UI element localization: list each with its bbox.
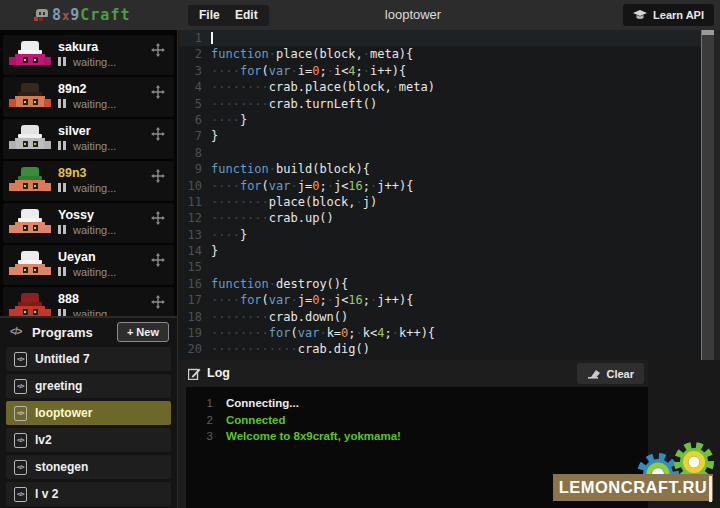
player-list: sakurawaiting...89n2waiting...silverwait… bbox=[0, 30, 177, 316]
pause-icon bbox=[58, 224, 68, 236]
move-icon[interactable] bbox=[151, 253, 165, 267]
program-item[interactable]: greeting bbox=[6, 374, 171, 398]
code-text: ········place(block,·j) bbox=[211, 194, 701, 210]
code-line[interactable]: 7} bbox=[179, 128, 701, 144]
program-label: lv2 bbox=[35, 433, 52, 447]
code-line[interactable]: 9function·build(block){ bbox=[179, 161, 701, 177]
program-label: stonegen bbox=[35, 460, 88, 474]
code-line[interactable]: 10····for(var·j=0;·j<16;·j++){ bbox=[179, 178, 701, 194]
file-code-icon bbox=[14, 460, 27, 475]
code-text: function·place(block,·meta){ bbox=[211, 46, 701, 62]
line-number: 10 bbox=[179, 178, 211, 194]
program-label: looptower bbox=[35, 406, 92, 420]
clear-log-button[interactable]: Clear bbox=[577, 363, 644, 384]
program-item[interactable]: lv2 bbox=[6, 428, 171, 452]
editor-scrollbar[interactable] bbox=[701, 30, 714, 360]
line-number: 16 bbox=[179, 276, 211, 292]
pause-icon bbox=[58, 56, 68, 68]
new-program-button[interactable]: + New bbox=[117, 322, 169, 342]
code-text: } bbox=[211, 128, 701, 144]
program-item-selected[interactable]: looptower bbox=[6, 401, 171, 425]
code-text bbox=[211, 259, 701, 275]
text-cursor bbox=[211, 32, 213, 44]
player-name: 89n2 bbox=[58, 82, 87, 96]
line-number: 3 bbox=[179, 63, 211, 79]
logo-text: 8x9Craft bbox=[52, 6, 130, 24]
move-icon[interactable] bbox=[151, 169, 165, 183]
line-number: 4 bbox=[179, 79, 211, 95]
log-title: Log bbox=[188, 366, 230, 380]
code-line[interactable]: 15 bbox=[179, 259, 701, 275]
robot-icon bbox=[11, 83, 49, 112]
code-line[interactable]: 14} bbox=[179, 243, 701, 259]
code-text: ····for(var·j=0;·j<16;·j++){ bbox=[211, 178, 701, 194]
code-line[interactable]: 8 bbox=[179, 145, 701, 161]
watermark-cursor-bar bbox=[709, 476, 712, 502]
player-row[interactable]: Ueyanwaiting... bbox=[3, 245, 174, 285]
robot-icon bbox=[11, 293, 49, 316]
scrollbar-thumb[interactable] bbox=[702, 30, 714, 35]
code-line[interactable]: 2function·place(block,·meta){ bbox=[179, 46, 701, 62]
code-line[interactable]: 3····for(var·i=0;·i<4;·i++){ bbox=[179, 63, 701, 79]
player-name: Ueyan bbox=[58, 250, 96, 264]
line-number: 13 bbox=[179, 227, 211, 243]
file-code-icon bbox=[14, 487, 27, 502]
program-item[interactable]: l v 2 bbox=[6, 482, 171, 506]
code-line[interactable]: 19········for(var·k=0;·k<4;·k++){ bbox=[179, 325, 701, 341]
code-text: ········crab.turnLeft() bbox=[211, 96, 701, 112]
player-status: waiting... bbox=[58, 56, 116, 68]
move-icon[interactable] bbox=[151, 211, 165, 225]
player-name: sakura bbox=[58, 40, 98, 54]
player-row[interactable]: 888waiting... bbox=[3, 287, 174, 316]
learn-api-button[interactable]: Learn API bbox=[623, 4, 714, 26]
code-text: ····for(var·j=0;·j<16;·j++){ bbox=[211, 292, 701, 308]
watermark-banner: LEMONCRAFT.RU bbox=[553, 474, 713, 501]
line-number: 9 bbox=[179, 161, 211, 177]
move-icon[interactable] bbox=[151, 295, 165, 309]
code-line[interactable]: 16function·destroy(){ bbox=[179, 276, 701, 292]
move-icon[interactable] bbox=[151, 127, 165, 141]
code-line[interactable]: 4········crab.place(block,·meta) bbox=[179, 79, 701, 95]
player-row[interactable]: Yossywaiting... bbox=[3, 203, 174, 243]
code-text: ········crab.place(block,·meta) bbox=[211, 79, 701, 95]
code-line[interactable]: 1 bbox=[179, 30, 701, 46]
programs-title: </> Programs bbox=[10, 325, 93, 340]
player-row[interactable]: sakurawaiting... bbox=[3, 35, 174, 75]
move-icon[interactable] bbox=[151, 85, 165, 99]
code-line[interactable]: 5········crab.turnLeft() bbox=[179, 96, 701, 112]
code-line[interactable]: 11········place(block,·j) bbox=[179, 194, 701, 210]
program-item[interactable]: stonegen bbox=[6, 455, 171, 479]
code-text: ····for(var·i=0;·i<4;·i++){ bbox=[211, 63, 701, 79]
eraser-icon bbox=[587, 369, 600, 379]
graduation-cap-icon bbox=[633, 10, 647, 21]
player-row[interactable]: 89n2waiting... bbox=[3, 77, 174, 117]
code-line[interactable]: 18········crab.down() bbox=[179, 309, 701, 325]
code-editor[interactable]: 12function·place(block,·meta){3····for(v… bbox=[179, 30, 701, 360]
line-number: 5 bbox=[179, 96, 211, 112]
file-code-icon bbox=[14, 379, 27, 394]
line-number: 12 bbox=[179, 210, 211, 226]
code-brackets-icon: </> bbox=[10, 326, 21, 337]
player-status: waiting... bbox=[58, 98, 116, 110]
player-status: waiting... bbox=[58, 140, 116, 152]
move-icon[interactable] bbox=[151, 43, 165, 57]
player-name: silver bbox=[58, 124, 91, 138]
line-number: 1 bbox=[179, 30, 211, 46]
file-code-icon bbox=[14, 406, 27, 421]
code-line[interactable]: 6····} bbox=[179, 112, 701, 128]
log-line-number: 3 bbox=[186, 428, 226, 445]
program-label: Untitled 7 bbox=[35, 352, 90, 366]
code-line[interactable]: 12········crab.up() bbox=[179, 210, 701, 226]
code-line[interactable]: 13····} bbox=[179, 227, 701, 243]
program-list: Untitled 7greetinglooptowerlv2stonegenl … bbox=[0, 347, 177, 506]
robot-icon bbox=[11, 125, 49, 154]
programs-header: </> Programs + New bbox=[0, 318, 177, 347]
line-number: 11 bbox=[179, 194, 211, 210]
code-line[interactable]: 17····for(var·j=0;·j<16;·j++){ bbox=[179, 292, 701, 308]
pause-icon bbox=[58, 140, 68, 152]
player-row[interactable]: 89n3waiting... bbox=[3, 161, 174, 201]
code-line[interactable]: 20············crab.dig() bbox=[179, 341, 701, 357]
program-item[interactable]: Untitled 7 bbox=[6, 347, 171, 371]
code-text: ············crab.dig() bbox=[211, 341, 701, 357]
player-row[interactable]: silverwaiting... bbox=[3, 119, 174, 159]
